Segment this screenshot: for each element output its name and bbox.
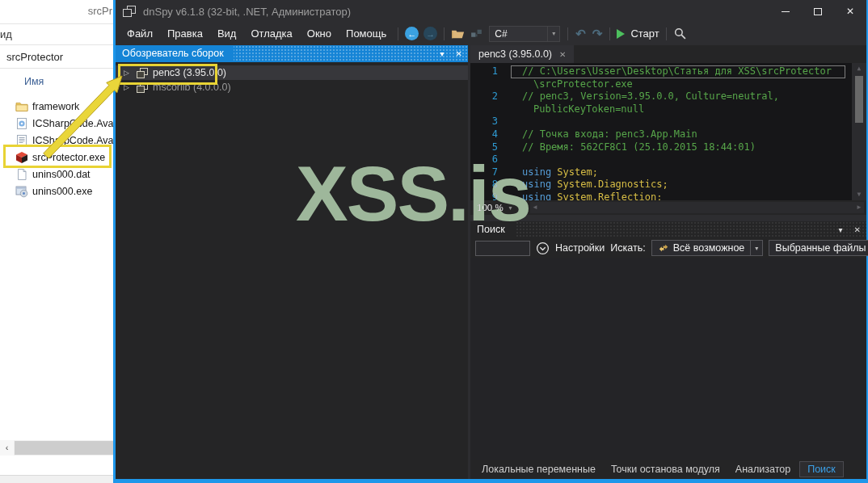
file-row[interactable]: unins000.dat bbox=[0, 166, 113, 183]
code-text bbox=[511, 116, 849, 128]
expander-icon[interactable]: ▷ bbox=[124, 69, 132, 77]
search-panel-header[interactable]: Поиск ▾ ✕ bbox=[470, 221, 866, 237]
document-tab[interactable]: penc3 (3.95.0.0) ✕ bbox=[470, 45, 574, 63]
menu-item-5[interactable]: Помощь bbox=[339, 25, 394, 42]
toolbar-separator bbox=[444, 27, 445, 40]
close-icon: ✕ bbox=[846, 6, 854, 17]
settings-chevron-circle-icon[interactable] bbox=[536, 242, 550, 255]
code-text: using System.Reflection; bbox=[511, 191, 849, 200]
menu-item-3[interactable]: Отладка bbox=[243, 25, 299, 42]
code-editor[interactable]: 1// C:\Users\Usser\Desktop\Статья для XS… bbox=[470, 63, 866, 200]
menu-item-2[interactable]: Вид bbox=[210, 25, 244, 42]
search-assemblies-button[interactable] bbox=[671, 27, 689, 40]
toolbar-separator bbox=[666, 27, 667, 40]
code-text: // Время: 562CF8C1 (25.10.2015 18:44:01) bbox=[511, 141, 849, 154]
line-number bbox=[470, 78, 511, 91]
assembly-node[interactable]: ▷mscorlib (4.0.0.0) bbox=[116, 80, 468, 94]
scrollbar-thumb[interactable] bbox=[15, 441, 113, 455]
file-row[interactable]: ICSharpCode.Avalo bbox=[0, 132, 113, 149]
scrollbar-thumb[interactable] bbox=[855, 76, 863, 123]
code-text: // Точка входа: penc3.App.Main bbox=[511, 128, 849, 141]
scroll-down-icon[interactable]: ▼ bbox=[857, 189, 862, 200]
tool-tab-1[interactable]: Точки останова модуля bbox=[605, 461, 727, 477]
assembly-node[interactable]: ▷penc3 (3.95.0.0) bbox=[116, 65, 468, 80]
code-line: 7using System; bbox=[470, 166, 849, 179]
code-line: 6 bbox=[470, 153, 849, 166]
search-type-dropdown[interactable]: Всё возможное ▾ bbox=[651, 240, 764, 256]
toolbar-separator bbox=[609, 27, 610, 40]
panel-close-icon[interactable]: ✕ bbox=[849, 225, 866, 234]
settings-label[interactable]: Настройки bbox=[555, 242, 605, 254]
start-debug-button[interactable]: Старт bbox=[614, 27, 661, 40]
horizontal-splitter[interactable] bbox=[470, 215, 866, 221]
language-value: C# bbox=[490, 28, 547, 40]
navigate-back-button[interactable]: ← bbox=[402, 27, 421, 40]
document-tabstrip: penc3 (3.95.0.0) ✕ bbox=[470, 45, 866, 63]
tool-tab-3[interactable]: Поиск bbox=[799, 461, 844, 477]
minimize-button[interactable] bbox=[769, 0, 802, 23]
panel-title: Обозреватель сборок bbox=[116, 46, 234, 61]
code-line: 1// C:\Users\Usser\Desktop\Статья для XS… bbox=[470, 65, 849, 78]
search-scope-dropdown[interactable]: Выбранные файлы ▾ bbox=[769, 240, 868, 256]
attach-process-button[interactable] bbox=[467, 27, 486, 40]
panel-menu-chevron-icon[interactable]: ▾ bbox=[435, 49, 450, 58]
navigate-forward-button[interactable]: → bbox=[421, 27, 440, 40]
explorer-column-header-name[interactable]: Имя bbox=[0, 70, 113, 93]
code-line: 2// penc3, Version=3.95.0.0, Culture=neu… bbox=[470, 90, 849, 103]
assembly-explorer-header[interactable]: Обозреватель сборок ▾ ✕ bbox=[116, 45, 468, 62]
assembly-tree: ▷penc3 (3.95.0.0)▷mscorlib (4.0.0.0) bbox=[116, 62, 468, 479]
code-text: // penc3, Version=3.95.0.0, Culture=neut… bbox=[511, 90, 849, 103]
menu-item-1[interactable]: Правка bbox=[160, 25, 210, 42]
code-text bbox=[511, 153, 849, 166]
search-input[interactable] bbox=[475, 241, 530, 256]
minimize-icon bbox=[782, 11, 790, 12]
search-results-area[interactable] bbox=[470, 258, 866, 460]
line-number: 5 bbox=[470, 141, 511, 154]
line-number: 4 bbox=[470, 128, 511, 141]
scroll-left-icon[interactable]: ‹ bbox=[0, 440, 14, 456]
exe-cube-icon bbox=[15, 151, 28, 164]
file-row[interactable]: ICSharpCode.Avalo bbox=[0, 115, 113, 132]
expander-icon[interactable]: ▷ bbox=[124, 83, 132, 91]
code-line: 4// Точка входа: penc3.App.Main bbox=[470, 128, 849, 141]
menu-item-4[interactable]: Окно bbox=[300, 25, 339, 42]
undo-button[interactable]: ↶ bbox=[572, 27, 589, 41]
editor-and-search-panel: penc3 (3.95.0.0) ✕ 1// C:\Users\Usser\De… bbox=[470, 45, 866, 479]
close-button[interactable]: ✕ bbox=[834, 0, 866, 23]
tool-tab-2[interactable]: Анализатор bbox=[729, 461, 797, 477]
language-combobox[interactable]: C# ▾ bbox=[489, 26, 560, 42]
file-row[interactable]: srcProtector.exe bbox=[0, 149, 113, 166]
scroll-up-icon[interactable]: ▲ bbox=[857, 63, 862, 74]
scroll-right-icon[interactable]: ► bbox=[856, 202, 862, 213]
line-number: 2 bbox=[470, 90, 511, 103]
code-line: PublicKeyToken=null bbox=[470, 103, 849, 116]
menu-bar: ФайлПравкаВидОтладкаОкноПомощь bbox=[120, 25, 394, 42]
menu-item-0[interactable]: Файл bbox=[120, 25, 160, 42]
editor-vertical-scrollbar[interactable]: ▲ ▼ bbox=[852, 63, 866, 200]
search-all-icon bbox=[658, 242, 669, 254]
window-title: dnSpy v6.1.8 (32-bit, .NET, Администрато… bbox=[143, 6, 762, 18]
maximize-button[interactable] bbox=[802, 0, 834, 23]
tool-tab-0[interactable]: Локальные переменные bbox=[475, 461, 602, 477]
open-file-button[interactable] bbox=[449, 27, 467, 40]
editor-horizontal-scrollbar[interactable]: ◄ ► bbox=[530, 202, 864, 213]
redo-button[interactable]: ↷ bbox=[589, 27, 606, 41]
explorer-file-list: frameworkICSharpCode.AvaloICSharpCode.Av… bbox=[0, 98, 113, 200]
file-name: srcProtector.exe bbox=[32, 152, 105, 163]
explorer-address-breadcrumb[interactable]: srcProtector bbox=[0, 46, 113, 69]
file-row[interactable]: framework bbox=[0, 98, 113, 115]
explorer-menu-view[interactable]: ид bbox=[0, 25, 113, 45]
file-name: framework bbox=[32, 101, 79, 112]
panel-close-icon[interactable]: ✕ bbox=[450, 49, 468, 58]
zoom-level-value: 100 % bbox=[477, 203, 504, 212]
file-row[interactable]: unins000.exe bbox=[0, 183, 113, 200]
tab-close-icon[interactable]: ✕ bbox=[559, 50, 566, 59]
assembly-label: penc3 (3.95.0.0) bbox=[153, 67, 226, 78]
scroll-left-icon[interactable]: ◄ bbox=[532, 202, 538, 213]
explorer-horizontal-scrollbar[interactable]: ‹ bbox=[0, 440, 113, 456]
chevron-down-icon[interactable]: ▾ bbox=[750, 241, 762, 255]
zoom-level-combobox[interactable]: 100 % ▾ bbox=[470, 203, 529, 212]
panel-menu-chevron-icon[interactable]: ▾ bbox=[833, 225, 849, 234]
search-for-label: Искать: bbox=[610, 242, 645, 254]
chevron-down-icon[interactable]: ▾ bbox=[547, 27, 559, 41]
